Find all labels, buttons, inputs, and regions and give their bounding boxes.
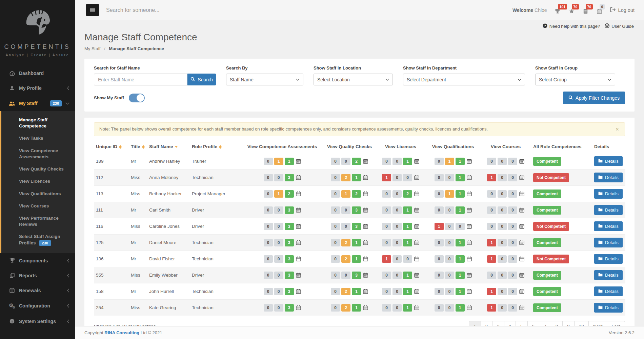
count-badge[interactable]: 3 bbox=[285, 206, 294, 214]
calendar-icon[interactable] bbox=[363, 289, 368, 294]
calendar-icon[interactable] bbox=[363, 256, 368, 261]
menu-toggle-button[interactable] bbox=[86, 4, 99, 16]
calendar-icon[interactable] bbox=[519, 305, 524, 310]
count-badge[interactable]: 1 bbox=[352, 255, 361, 263]
calendar-icon[interactable] bbox=[414, 273, 419, 278]
details-button[interactable]: Details bbox=[594, 270, 623, 280]
calendar-icon[interactable] bbox=[519, 159, 524, 164]
count-badge[interactable]: 2 bbox=[341, 239, 350, 246]
department-select[interactable]: Select Department bbox=[403, 74, 525, 85]
page-button-next[interactable]: Next bbox=[589, 321, 607, 326]
count-badge[interactable]: 1 bbox=[435, 223, 444, 230]
calendar-icon[interactable] bbox=[363, 207, 368, 213]
calendar-icon[interactable] bbox=[467, 159, 472, 164]
count-badge[interactable]: 0 bbox=[508, 223, 517, 230]
count-badge[interactable]: 3 bbox=[285, 288, 294, 295]
count-badge[interactable]: 0 bbox=[331, 174, 340, 181]
count-badge[interactable]: 2 bbox=[341, 255, 350, 263]
count-badge[interactable]: 0 bbox=[264, 239, 273, 246]
count-badge[interactable]: 0 bbox=[264, 206, 273, 214]
count-badge[interactable]: 3 bbox=[285, 255, 294, 263]
calendar-icon[interactable] bbox=[296, 159, 301, 164]
count-badge[interactable]: 1 bbox=[456, 190, 465, 198]
count-badge[interactable]: 0 bbox=[435, 255, 444, 263]
count-badge[interactable]: 3 bbox=[285, 272, 294, 279]
count-badge[interactable]: 3 bbox=[285, 304, 294, 312]
file-text-notification-button[interactable]: 70 bbox=[582, 6, 589, 14]
calendar-icon[interactable] bbox=[363, 159, 368, 164]
count-badge[interactable]: 1 bbox=[382, 174, 391, 181]
details-button[interactable]: Details bbox=[594, 173, 623, 182]
sidebar-subitem-view-courses[interactable]: View Courses bbox=[1, 200, 75, 212]
calendar-icon[interactable] bbox=[414, 175, 419, 180]
count-badge[interactable]: 2 bbox=[341, 174, 350, 181]
count-badge[interactable]: 0 bbox=[445, 255, 454, 263]
count-badge[interactable]: 0 bbox=[435, 272, 444, 279]
details-button[interactable]: Details bbox=[594, 156, 623, 166]
apply-filter-button[interactable]: Apply Filter Changes bbox=[563, 92, 625, 104]
calendar-icon[interactable] bbox=[519, 273, 524, 278]
count-badge[interactable]: 1 bbox=[487, 174, 496, 181]
count-badge[interactable]: 0 bbox=[498, 272, 507, 279]
count-badge[interactable]: 0 bbox=[456, 223, 465, 230]
count-badge[interactable]: 0 bbox=[382, 206, 391, 214]
count-badge[interactable]: 0 bbox=[393, 190, 402, 198]
calendar-icon[interactable] bbox=[519, 207, 524, 213]
search-button[interactable]: Search bbox=[187, 74, 216, 85]
count-badge[interactable]: 0 bbox=[331, 304, 340, 312]
calendar-icon[interactable] bbox=[363, 191, 368, 196]
count-badge[interactable]: 0 bbox=[264, 190, 273, 198]
count-badge[interactable]: 1 bbox=[382, 255, 391, 263]
count-badge[interactable]: 0 bbox=[331, 206, 340, 214]
details-button[interactable]: Details bbox=[594, 286, 623, 296]
sidebar-subitem-select-staff-assign-profiles[interactable]: Select Staff Assign Profiles230 bbox=[1, 231, 75, 249]
count-badge[interactable]: 0 bbox=[487, 223, 496, 230]
count-badge[interactable]: 3 bbox=[352, 223, 361, 230]
count-badge[interactable]: 1 bbox=[403, 158, 412, 165]
calendar-icon[interactable] bbox=[363, 305, 368, 310]
count-badge[interactable]: 0 bbox=[331, 239, 340, 246]
count-badge[interactable]: 0 bbox=[445, 288, 454, 295]
calendar-icon[interactable] bbox=[467, 175, 472, 180]
page-button-7[interactable]: 7 bbox=[539, 321, 551, 326]
count-badge[interactable]: 0 bbox=[498, 239, 507, 246]
details-button[interactable]: Details bbox=[594, 303, 623, 313]
count-badge[interactable]: 0 bbox=[445, 174, 454, 181]
count-badge[interactable]: 2 bbox=[352, 158, 361, 165]
count-badge[interactable]: 2 bbox=[341, 288, 350, 295]
count-badge[interactable]: 1 bbox=[403, 288, 412, 295]
calendar-icon[interactable] bbox=[467, 256, 472, 261]
page-button-10[interactable]: 10 bbox=[575, 321, 589, 326]
count-badge[interactable]: 0 bbox=[403, 255, 412, 263]
count-badge[interactable]: 0 bbox=[264, 288, 273, 295]
count-badge[interactable]: 1 bbox=[456, 304, 465, 312]
calendar-icon[interactable] bbox=[363, 175, 368, 180]
calendar-icon[interactable] bbox=[467, 240, 472, 245]
count-badge[interactable]: 0 bbox=[393, 158, 402, 165]
count-badge[interactable]: 0 bbox=[274, 304, 283, 312]
calendar-icon[interactable] bbox=[363, 240, 368, 245]
column-header-role-profile[interactable]: Role Profile bbox=[190, 140, 241, 153]
count-badge[interactable]: 0 bbox=[487, 190, 496, 198]
count-badge[interactable]: 0 bbox=[435, 304, 444, 312]
sidebar-item-reports[interactable]: Reports bbox=[0, 268, 75, 283]
page-button-4[interactable]: 4 bbox=[504, 321, 516, 326]
count-badge[interactable]: 0 bbox=[508, 304, 517, 312]
count-badge[interactable]: 1 bbox=[403, 272, 412, 279]
calendar-icon[interactable] bbox=[414, 289, 419, 294]
count-badge[interactable]: 2 bbox=[352, 190, 361, 198]
staff-name-input[interactable] bbox=[94, 74, 187, 85]
count-badge[interactable]: 1 bbox=[456, 239, 465, 246]
close-icon[interactable]: × bbox=[615, 126, 620, 132]
show-my-staff-toggle[interactable] bbox=[129, 94, 145, 102]
count-badge[interactable]: 0 bbox=[274, 223, 283, 230]
calendar-icon[interactable] bbox=[519, 175, 524, 180]
page-button-last[interactable]: Last bbox=[607, 321, 625, 326]
count-badge[interactable]: 1 bbox=[352, 304, 361, 312]
count-badge[interactable]: 0 bbox=[445, 304, 454, 312]
count-badge[interactable]: 0 bbox=[435, 206, 444, 214]
sidebar-item-my-profile[interactable]: My Profile bbox=[0, 81, 75, 96]
count-badge[interactable]: 1 bbox=[487, 239, 496, 246]
count-badge[interactable]: 0 bbox=[435, 288, 444, 295]
count-badge[interactable]: 0 bbox=[498, 206, 507, 214]
